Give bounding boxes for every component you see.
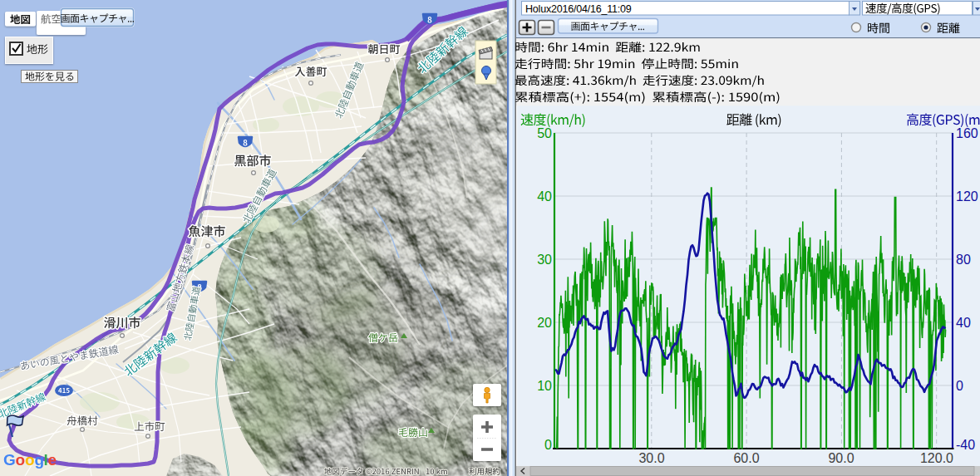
svg-text:40: 40: [537, 189, 552, 204]
svg-text:0: 0: [956, 379, 963, 393]
svg-text:50: 50: [537, 126, 552, 140]
svg-text:80: 80: [956, 253, 971, 267]
svg-text:120: 120: [956, 189, 978, 204]
svg-text:10: 10: [537, 379, 552, 393]
svg-text:40: 40: [956, 316, 971, 330]
svg-text:120.0: 120.0: [920, 451, 953, 465]
svg-text:30.0: 30.0: [638, 451, 664, 465]
svg-text:60.0: 60.0: [733, 451, 759, 465]
svg-text:90.0: 90.0: [828, 451, 854, 465]
svg-text:0: 0: [544, 438, 552, 452]
svg-text:160: 160: [956, 126, 978, 140]
svg-text:20: 20: [537, 316, 552, 330]
svg-text:-40: -40: [956, 438, 975, 452]
svg-text:Holux2016/04/16_11:09: Holux2016/04/16_11:09: [525, 3, 632, 15]
svg-text:30: 30: [537, 253, 552, 267]
